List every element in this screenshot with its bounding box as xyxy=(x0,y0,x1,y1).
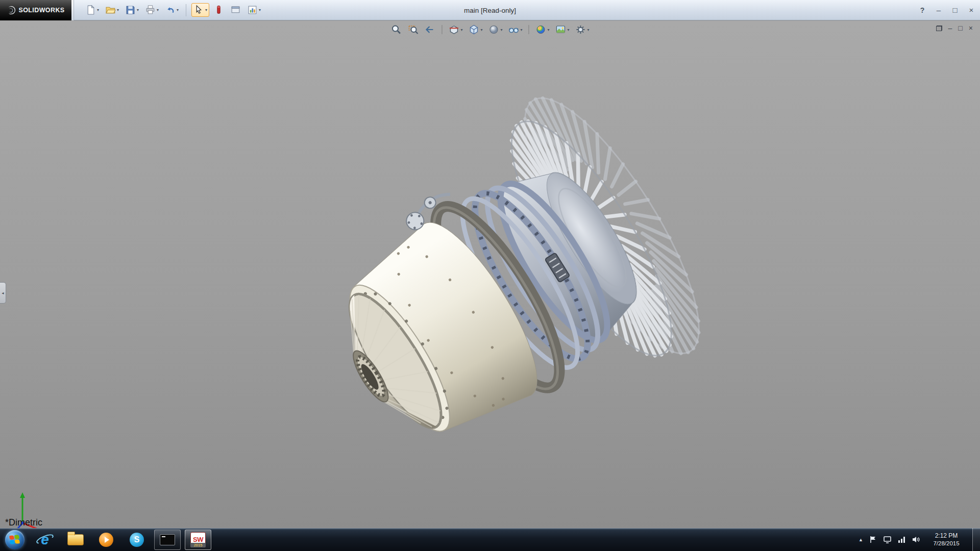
save-floppy-icon xyxy=(125,5,136,15)
toolbar-separator xyxy=(442,25,442,34)
command-prompt-icon xyxy=(160,534,175,545)
dropdown-arrow-icon[interactable]: ▾ xyxy=(97,8,99,12)
media-player-icon xyxy=(99,533,113,547)
internet-explorer-icon: e xyxy=(37,532,53,547)
action-center-flag-icon[interactable] xyxy=(869,535,877,544)
tray-expand-icon[interactable]: ▲ xyxy=(859,537,863,542)
panel-icon xyxy=(230,5,241,15)
reference-feature-button[interactable] xyxy=(211,3,226,17)
red-feature-icon xyxy=(213,5,224,15)
apply-scene-button[interactable]: ▾ xyxy=(554,23,571,36)
chevron-left-icon: ◄ xyxy=(1,291,5,295)
undo-arrow-icon xyxy=(165,5,176,15)
taskbar-messenger[interactable]: S xyxy=(124,530,150,550)
print-button[interactable]: ▾ xyxy=(143,3,161,17)
zoom-to-area-button[interactable] xyxy=(406,23,420,36)
show-desktop-button[interactable] xyxy=(972,528,980,551)
window-controls: ? – □ × xyxy=(917,0,977,20)
display-panel-button[interactable] xyxy=(228,3,243,17)
section-view-button[interactable]: ▾ xyxy=(447,23,464,36)
taskbar-internet-explorer[interactable]: e xyxy=(32,530,58,550)
engine-assembly xyxy=(285,77,728,506)
taskbar: e S SW 2015 ▲ xyxy=(0,528,980,551)
edit-appearance-button[interactable]: ▾ xyxy=(534,23,551,36)
previous-view-button[interactable] xyxy=(423,23,437,36)
previous-view-icon xyxy=(424,24,435,35)
dropdown-arrow-icon[interactable]: ▾ xyxy=(548,28,550,32)
dropdown-arrow-icon[interactable]: ▾ xyxy=(568,28,570,32)
y-axis-arrow xyxy=(20,492,25,498)
dropdown-arrow-icon[interactable]: ▾ xyxy=(137,8,139,12)
hide-show-items-button[interactable]: ▾ xyxy=(506,23,524,36)
save-button[interactable]: ▾ xyxy=(123,3,141,17)
taskbar-media-player[interactable] xyxy=(93,530,119,550)
dropdown-arrow-icon[interactable]: ▾ xyxy=(460,28,462,32)
close-button[interactable]: × xyxy=(966,5,977,15)
dropdown-arrow-icon[interactable]: ▾ xyxy=(520,28,522,32)
system-tray: ▲ 2:12 PM 7/28/2015 xyxy=(859,528,980,551)
network-tray-icon[interactable] xyxy=(897,535,906,544)
chart-icon xyxy=(247,5,258,15)
messenger-icon: S xyxy=(130,533,144,547)
dropdown-arrow-icon[interactable]: ▾ xyxy=(157,8,159,12)
engine-3d-model[interactable] xyxy=(263,69,743,518)
minimize-button[interactable]: – xyxy=(933,5,944,15)
scene-icon xyxy=(555,24,567,35)
graphics-viewport[interactable]: ▾ ▾ ▾ xyxy=(0,21,980,528)
zoom-to-area-icon xyxy=(407,24,419,35)
evaluate-button[interactable]: ▾ xyxy=(245,3,263,17)
appearance-sphere-icon xyxy=(535,24,547,35)
main-toolbar: ▾ ▾ ▾ xyxy=(83,3,263,17)
dropdown-arrow-icon[interactable]: ▾ xyxy=(587,28,590,32)
doc-maximize-button[interactable]: □ xyxy=(958,24,962,32)
taskbar-windows-explorer[interactable] xyxy=(62,530,89,550)
section-view-icon xyxy=(448,24,459,35)
logo-divider xyxy=(71,0,74,20)
open-button[interactable]: ▾ xyxy=(103,3,121,17)
doc-restore-button[interactable] xyxy=(936,26,942,31)
clock-date: 7/28/2015 xyxy=(926,540,967,547)
new-document-icon xyxy=(85,5,96,15)
solidworks-year-badge: 2015 xyxy=(190,543,206,547)
start-button[interactable] xyxy=(5,530,24,549)
zoom-to-fit-button[interactable] xyxy=(389,23,403,36)
doc-minimize-button[interactable]: – xyxy=(948,24,952,32)
taskbar-clock[interactable]: 2:12 PM 7/28/2015 xyxy=(926,532,967,547)
print-icon xyxy=(145,5,156,15)
dropdown-arrow-icon[interactable]: ▾ xyxy=(177,8,179,12)
display-style-button[interactable]: ▾ xyxy=(486,23,504,36)
document-window-controls: – □ × xyxy=(936,24,973,32)
select-tool-button[interactable]: ▾ xyxy=(191,3,209,17)
dropdown-arrow-icon[interactable]: ▾ xyxy=(117,8,119,12)
dropdown-arrow-icon[interactable]: ▾ xyxy=(259,8,261,12)
toolbar-separator xyxy=(529,25,529,34)
view-cube-icon xyxy=(468,24,479,35)
screen: SOLIDWORKS ▾ ▾ xyxy=(0,0,980,551)
windows-flag-icon xyxy=(9,535,20,545)
clock-time: 2:12 PM xyxy=(926,532,967,540)
new-document-button[interactable]: ▾ xyxy=(83,3,101,17)
view-settings-gear-icon xyxy=(575,24,586,35)
solidworks-app-icon: SW 2015 xyxy=(190,532,206,547)
taskbar-solidworks[interactable]: SW 2015 xyxy=(185,530,211,550)
help-button[interactable]: ? xyxy=(917,5,928,15)
taskbar-command-prompt[interactable] xyxy=(154,530,181,550)
view-settings-button[interactable]: ▾ xyxy=(574,23,591,36)
dropdown-arrow-icon[interactable]: ▾ xyxy=(480,28,482,32)
volume-tray-icon[interactable] xyxy=(912,535,920,544)
logo-text: SOLIDWORKS xyxy=(18,7,64,14)
view-orientation-button[interactable]: ▾ xyxy=(467,23,484,36)
open-folder-icon xyxy=(105,5,116,15)
maximize-button[interactable]: □ xyxy=(949,5,961,15)
ds-swirl-icon xyxy=(7,6,16,15)
heads-up-view-toolbar: ▾ ▾ ▾ xyxy=(389,23,591,36)
solidworks-logo[interactable]: SOLIDWORKS xyxy=(0,0,71,20)
dropdown-arrow-icon[interactable]: ▾ xyxy=(500,28,502,32)
feature-panel-collapse-handle[interactable]: ◄ xyxy=(0,282,6,304)
doc-close-button[interactable]: × xyxy=(969,24,973,32)
undo-button[interactable]: ▾ xyxy=(163,3,181,17)
display-tray-icon[interactable] xyxy=(883,535,892,544)
toolbar-separator xyxy=(186,4,186,16)
folder-icon xyxy=(67,534,84,545)
dropdown-arrow-icon[interactable]: ▾ xyxy=(205,8,207,12)
